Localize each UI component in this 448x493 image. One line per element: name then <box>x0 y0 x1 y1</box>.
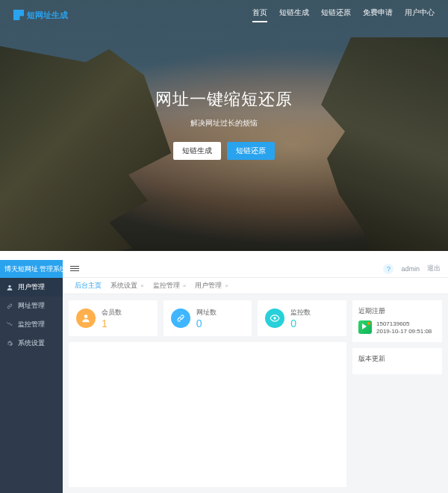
app-icon <box>358 320 372 334</box>
tab-bar: 后台主页 系统设置 × 监控管理 × 用户管理 × <box>63 278 448 294</box>
nav-generate[interactable]: 短链生成 <box>279 7 309 22</box>
gear-icon <box>6 340 13 347</box>
stat-label: 会员数 <box>102 308 122 317</box>
panel-title: 近期注册 <box>358 306 436 316</box>
generate-button[interactable]: 短链生成 <box>173 142 221 160</box>
right-column: 近期注册 1507139605 2019-10-17 09:51:08 版本更新 <box>352 300 442 487</box>
logo-icon <box>13 10 24 20</box>
restore-button[interactable]: 短链还原 <box>227 142 275 160</box>
current-user[interactable]: admin <box>401 265 420 273</box>
stat-value: 1 <box>102 318 122 329</box>
monitor-stat-icon <box>265 308 284 328</box>
sidebar: 博天短网址 管理系统 用户管理 网址管理 监控管理 系统设置 <box>0 260 63 493</box>
tab-monitor[interactable]: 监控管理 × <box>149 278 191 294</box>
logo-text: 短网址生成 <box>27 10 68 21</box>
sidebar-item-label: 监控管理 <box>18 320 45 329</box>
tab-label: 后台主页 <box>75 281 102 291</box>
sidebar-item-label: 用户管理 <box>18 282 45 292</box>
sidebar-item-users[interactable]: 用户管理 <box>0 278 63 297</box>
urls-icon <box>171 308 190 328</box>
tab-label: 用户管理 <box>195 281 222 291</box>
help-icon[interactable]: ? <box>383 264 393 274</box>
hero-section: 短网址生成 首页 短链生成 短链还原 免费申请 用户中心 网址一键缩短还原 解决… <box>0 0 448 251</box>
admin-topbar: ? admin 退出 <box>63 260 448 278</box>
admin-main: ? admin 退出 后台主页 系统设置 × 监控管理 × 用户管理 × <box>63 260 448 493</box>
tab-dashboard[interactable]: 后台主页 <box>70 278 106 294</box>
stat-card-urls: 网址数 0 <box>164 300 252 336</box>
section-gap <box>0 251 448 260</box>
sidebar-brand[interactable]: 博天短网址 管理系统 <box>0 260 63 278</box>
tab-users[interactable]: 用户管理 × <box>190 278 233 294</box>
sidebar-item-settings[interactable]: 系统设置 <box>0 334 63 353</box>
svg-point-1 <box>84 314 88 318</box>
admin-content: 会员数 1 网址数 0 监控数 <box>63 294 448 493</box>
nav-home[interactable]: 首页 <box>252 7 267 22</box>
sidebar-item-label: 网址管理 <box>18 301 45 311</box>
recent-time: 2019-10-17 09:51:08 <box>376 328 432 335</box>
main-empty-panel <box>69 342 346 487</box>
sidebar-item-urls[interactable]: 网址管理 <box>0 297 63 315</box>
panel-title: 版本更新 <box>358 354 436 364</box>
brand-main: 博天短网址 <box>4 264 38 274</box>
nav-restore[interactable]: 短链还原 <box>321 7 351 22</box>
logout-link[interactable]: 退出 <box>427 264 441 273</box>
top-bar: 短网址生成 首页 短链生成 短链还原 免费申请 用户中心 <box>0 0 448 27</box>
tab-label: 系统设置 <box>111 281 137 291</box>
menu-toggle-icon[interactable] <box>70 266 79 271</box>
tab-label: 监控管理 <box>153 281 180 291</box>
close-icon[interactable]: × <box>140 282 144 289</box>
cards-column: 会员数 1 网址数 0 监控数 <box>69 300 346 487</box>
sidebar-item-monitor[interactable]: 监控管理 <box>0 315 63 334</box>
stat-label: 监控数 <box>290 308 311 317</box>
sidebar-item-label: 系统设置 <box>18 338 45 348</box>
recent-row: 1507139605 2019-10-17 09:51:08 <box>358 320 436 336</box>
admin-panel: 博天短网址 管理系统 用户管理 网址管理 监控管理 系统设置 ? admin 退… <box>0 260 448 493</box>
user-icon <box>6 284 13 291</box>
top-nav: 首页 短链生成 短链还原 免费申请 用户中心 <box>252 7 435 22</box>
recent-id: 1507139605 <box>376 320 432 328</box>
stat-value: 0 <box>290 318 311 329</box>
svg-point-0 <box>8 285 10 287</box>
nav-apply[interactable]: 免费申请 <box>363 7 393 22</box>
hero-subtitle: 解决网址过长的烦恼 <box>0 118 448 128</box>
monitor-icon <box>6 321 13 329</box>
close-icon[interactable]: × <box>225 282 228 289</box>
hero-buttons: 短链生成 短链还原 <box>0 142 448 160</box>
hero-center: 网址一键缩短还原 解决网址过长的烦恼 短链生成 短链还原 <box>0 88 448 160</box>
stat-cards-row: 会员数 1 网址数 0 监控数 <box>69 300 346 336</box>
recent-register-panel: 近期注册 1507139605 2019-10-17 09:51:08 <box>352 300 442 342</box>
close-icon[interactable]: × <box>183 282 187 289</box>
site-logo[interactable]: 短网址生成 <box>13 10 68 21</box>
stat-card-monitor: 监控数 0 <box>258 300 346 336</box>
link-icon <box>6 303 13 310</box>
version-update-panel: 版本更新 <box>352 348 442 374</box>
topbar-right: ? admin 退出 <box>383 264 441 274</box>
stat-card-members: 会员数 1 <box>69 300 158 336</box>
hero-title: 网址一键缩短还原 <box>0 88 448 111</box>
brand-sub: 管理系统 <box>40 264 66 274</box>
svg-point-2 <box>274 317 277 320</box>
members-icon <box>76 308 96 328</box>
stat-value: 0 <box>196 318 217 329</box>
nav-usercenter[interactable]: 用户中心 <box>405 7 435 22</box>
stat-label: 网址数 <box>196 308 217 317</box>
tab-settings[interactable]: 系统设置 × <box>106 278 149 294</box>
